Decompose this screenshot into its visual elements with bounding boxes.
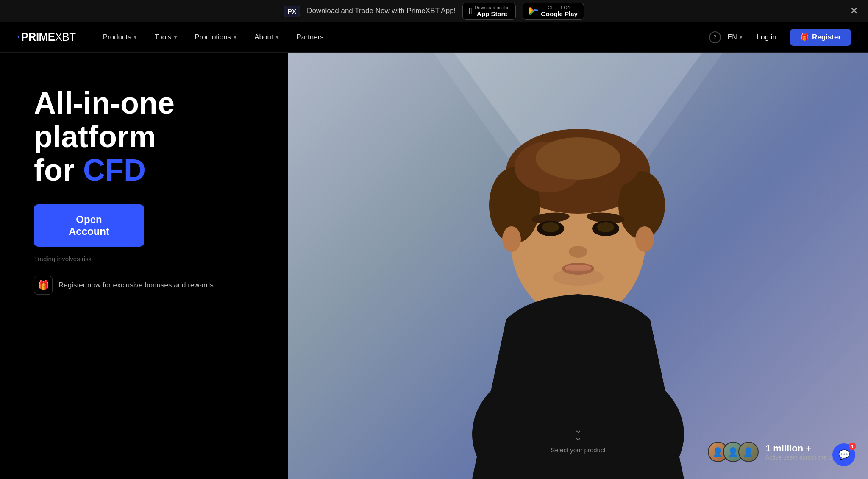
register-button[interactable]: 🎁 Register	[790, 29, 851, 46]
appstore-title: App Store	[475, 10, 510, 17]
bonus-text: Register now for exclusive bonuses and r…	[58, 281, 215, 290]
hero-left: All-in-one platform for CFD Open Account…	[0, 53, 288, 479]
stats-text: 1 million + Active users across the worl…	[765, 443, 843, 461]
svg-point-17	[569, 246, 587, 258]
announcement-bar: PX Download and Trade Now with PrimeXBT …	[0, 0, 868, 22]
announcement-text: Download and Trade Now with PrimeXBT App…	[307, 7, 456, 15]
hero-section: All-in-one platform for CFD Open Account…	[0, 53, 868, 479]
googleplay-sub: GET IT ON	[541, 5, 578, 10]
logo-dot: ·	[17, 31, 20, 44]
px-badge: PX	[284, 6, 300, 17]
announcement-close-button[interactable]: ✕	[850, 6, 858, 17]
nav-item-promotions[interactable]: Promotions ▼	[188, 30, 244, 45]
hero-person-image	[430, 53, 726, 479]
hero-right: ⌄ ⌄ Select your product 👤 👤 👤 1 million …	[288, 53, 868, 479]
svg-point-21	[502, 226, 521, 252]
svg-point-10	[536, 137, 620, 180]
user-avatars: 👤 👤 👤	[708, 442, 759, 462]
svg-point-16	[597, 222, 614, 232]
nav-item-partners[interactable]: Partners	[289, 30, 330, 45]
stats-main: 1 million +	[765, 443, 843, 454]
chevron-down-icon: ▼	[739, 35, 743, 40]
appstore-sub: Download on the	[475, 5, 510, 10]
chevron-down-icon: ▼	[173, 35, 178, 40]
help-icon[interactable]: ?	[709, 31, 721, 43]
bonus-row: 🎁 Register now for exclusive bonuses and…	[34, 276, 263, 295]
chat-badge: 1	[849, 443, 856, 450]
googleplay-title: Google Play	[541, 10, 578, 17]
nav-item-about[interactable]: About ▼	[248, 30, 286, 45]
nav-item-products[interactable]: Products ▼	[96, 30, 145, 45]
logo-text: PRIMEXBT	[21, 31, 76, 44]
scroll-label: Select your product	[551, 446, 605, 454]
stats-sub: Active users across the world	[765, 454, 843, 461]
avatar-3: 👤	[738, 442, 759, 462]
nav-item-tools[interactable]: Tools ▼	[148, 30, 185, 45]
hero-title: All-in-one platform for CFD	[34, 86, 263, 187]
chevron-down-icon: ▼	[275, 35, 280, 40]
chevron-down-icon: ▼	[233, 35, 237, 40]
svg-point-20	[553, 269, 604, 286]
svg-point-22	[635, 226, 654, 252]
scroll-indicator[interactable]: ⌄ ⌄ Select your product	[551, 425, 605, 454]
chevron-down-icon: ▼	[133, 35, 138, 40]
login-button[interactable]: Log in	[750, 30, 783, 45]
apple-icon: 	[469, 6, 472, 16]
language-selector[interactable]: EN ▼	[728, 33, 743, 41]
open-account-button[interactable]: Open Account	[34, 204, 144, 247]
appstore-button[interactable]:  Download on the App Store	[462, 3, 516, 20]
stats-box: 👤 👤 👤 1 million + Active users across th…	[708, 442, 843, 462]
scroll-chevron-icon-2: ⌄	[574, 433, 582, 442]
bonus-gift-icon: 🎁	[34, 276, 53, 295]
googleplay-icon	[529, 6, 538, 16]
chat-button[interactable]: 💬 1	[832, 443, 855, 466]
risk-disclaimer: Trading involves risk	[34, 255, 263, 262]
googleplay-button[interactable]: GET IT ON Google Play	[523, 3, 584, 20]
nav-right: ? EN ▼ Log in 🎁 Register	[709, 29, 851, 46]
navbar: · PRIMEXBT Products ▼ Tools ▼ Promotions…	[0, 22, 868, 53]
cfd-highlight: CFD	[83, 153, 146, 187]
logo[interactable]: · PRIMEXBT	[17, 31, 76, 44]
svg-point-15	[542, 222, 559, 232]
gift-icon: 🎁	[800, 33, 809, 41]
nav-links: Products ▼ Tools ▼ Promotions ▼ About ▼ …	[96, 30, 709, 45]
